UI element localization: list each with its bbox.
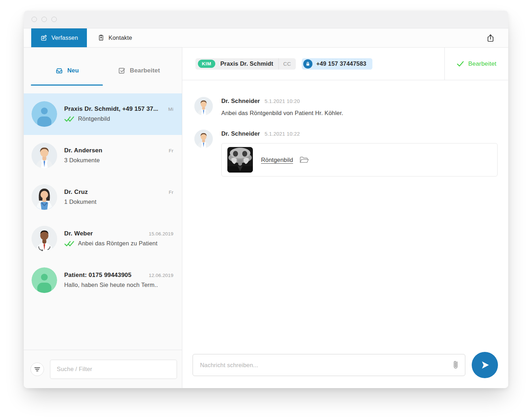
inbox-icon (55, 66, 63, 75)
avatar-doctor-male-light (194, 130, 213, 148)
status-badge: Bearbeitet (468, 60, 497, 67)
conversation-preview: 1 Dokument (64, 198, 96, 205)
message-timestamp: 5.1.2021 10:20 (265, 98, 300, 104)
status-check-icon (456, 60, 464, 67)
window-minimize-button[interactable] (41, 17, 47, 22)
tab-verfassen[interactable]: Verfassen (31, 28, 87, 47)
chat-message: Dr. Schneider 5.1.2021 10:20 Anbei das R… (194, 97, 498, 116)
filter-icon (34, 367, 40, 372)
contacts-icon (98, 34, 105, 42)
message-input[interactable] (200, 362, 452, 369)
message-sender: Dr. Schneider (221, 130, 260, 137)
recipient-phone: +49 157 37447583 (316, 60, 366, 67)
conversation-time: Fr (169, 190, 173, 195)
app-window: Verfassen Kontakte (24, 11, 508, 388)
xray-thumbnail[interactable] (227, 147, 253, 173)
read-receipt-icon (64, 116, 74, 122)
conversation-time: Mi (168, 107, 173, 112)
recipient-chip[interactable]: KIM Praxis Dr. Schmidt CC (195, 58, 296, 70)
conversation-texts: Patient: 0175 99443905 Hallo, haben Sie … (64, 272, 158, 288)
conversation-preview: Röntgenbild (78, 115, 110, 122)
avatar-doctor-male-light (194, 97, 213, 115)
message-text: Anbei das Röntgenbild von Patient Hr. Kö… (221, 110, 498, 116)
sidebar-tab-bearbeitet-label: Bearbeitet (130, 67, 160, 74)
conversation-preview: 3 Dokumente (64, 157, 100, 164)
main-area: Neu Bearbeitet (24, 48, 508, 388)
sidebar-tab-bearbeitet[interactable]: Bearbeitet (103, 66, 175, 75)
status-area: Bearbeitet (444, 48, 508, 80)
sidebar-tabs: Neu Bearbeitet (24, 48, 182, 93)
chat-header: KIM Praxis Dr. Schmidt CC +49 157 37447 (182, 48, 508, 80)
tab-verfassen-label: Verfassen (51, 34, 78, 41)
message-list: Dr. Schneider 5.1.2021 10:20 Anbei das R… (182, 80, 508, 351)
conversation-title: Dr. Weber (64, 230, 158, 237)
tab-kontakte[interactable]: Kontakte (87, 28, 143, 47)
tabbar-spacer (143, 28, 486, 47)
compose-icon (40, 34, 48, 42)
recipient-name: Praxis Dr. Schmidt (215, 60, 278, 67)
conversation-list-item[interactable]: Dr. Andersen 3 Dokumente Fr (24, 135, 182, 176)
conversation-time: Fr (169, 148, 173, 153)
sidebar-tab-neu-label: Neu (67, 67, 79, 74)
conversation-texts: Dr. Cruz 1 Dokument (64, 189, 158, 205)
conversation-texts: Dr. Andersen 3 Dokumente (64, 147, 158, 164)
avatar-doctor-female (32, 184, 57, 210)
share-icon (486, 33, 495, 43)
conversation-list-item[interactable]: Dr. Weber Anbei das Röntgen zu Patient P… (24, 218, 182, 260)
phone-chip[interactable]: +49 157 37447583 (302, 58, 372, 70)
conversation-list-item[interactable]: Dr. Cruz 1 Dokument Fr (24, 176, 182, 218)
attach-button[interactable] (452, 360, 460, 370)
top-tabbar: Verfassen Kontakte (24, 28, 508, 48)
message-timestamp: 5.1.2021 10:22 (265, 131, 300, 137)
conversation-sidebar: Neu Bearbeitet (24, 48, 182, 388)
lock-icon (303, 59, 312, 69)
sidebar-footer (24, 350, 182, 388)
conversation-texts: Praxis Dr. Schmidt, +49 157 37... Röntge… (64, 105, 158, 122)
open-folder-icon[interactable] (299, 156, 309, 164)
search-input[interactable] (50, 360, 177, 379)
window-close-button[interactable] (32, 17, 37, 22)
chat-panel: KIM Praxis Dr. Schmidt CC +49 157 37447 (182, 48, 508, 388)
cc-button[interactable]: CC (279, 61, 296, 67)
window-titlebar (24, 11, 508, 28)
composer-area (182, 351, 508, 388)
message-sender: Dr. Schneider (221, 98, 260, 104)
conversation-title: Dr. Cruz (64, 189, 158, 196)
conversation-preview: Anbei das Röntgen zu Patient Pe... (78, 240, 158, 247)
filter-button[interactable] (31, 363, 44, 376)
conversation-title: Dr. Andersen (64, 147, 158, 154)
send-icon (478, 358, 492, 372)
window-zoom-button[interactable] (51, 17, 57, 22)
recipient-chips: KIM Praxis Dr. Schmidt CC +49 157 37447 (182, 48, 444, 80)
conversation-list: Praxis Dr. Schmidt, +49 157 37... Röntge… (24, 93, 182, 350)
conversation-texts: Dr. Weber Anbei das Röntgen zu Patient P… (64, 230, 158, 247)
conversation-time: 15.06.2019 (149, 231, 173, 236)
send-button[interactable] (472, 352, 498, 378)
avatar-doctor-male-light (32, 143, 57, 168)
sidebar-tab-neu[interactable]: Neu (31, 66, 103, 75)
avatar-person-blue (32, 101, 57, 127)
conversation-list-item[interactable]: Patient: 0175 99443905 Hallo, haben Sie … (24, 260, 182, 301)
attachment-card[interactable]: Röntgenbild (221, 143, 498, 176)
check-square-icon (118, 66, 126, 75)
conversation-time: 12.06.2019 (149, 273, 173, 278)
avatar-person-green (32, 267, 57, 293)
attachment-link[interactable]: Röntgenbild (261, 157, 293, 163)
avatar-doctor-male-dark (32, 226, 57, 251)
read-receipt-icon (64, 240, 74, 247)
chat-message: Dr. Schneider 5.1.2021 10:22 (194, 130, 498, 176)
conversation-list-item[interactable]: Praxis Dr. Schmidt, +49 157 37... Röntge… (24, 93, 182, 135)
composer (193, 354, 465, 376)
tab-kontakte-label: Kontakte (109, 34, 132, 41)
conversation-preview: Hallo, haben Sie heute noch Term... (64, 282, 158, 288)
conversation-title: Praxis Dr. Schmidt, +49 157 37... (64, 105, 158, 113)
share-button[interactable] (486, 33, 495, 43)
kim-badge: KIM (198, 60, 215, 68)
paperclip-icon (452, 360, 460, 370)
conversation-title: Patient: 0175 99443905 (64, 272, 158, 279)
